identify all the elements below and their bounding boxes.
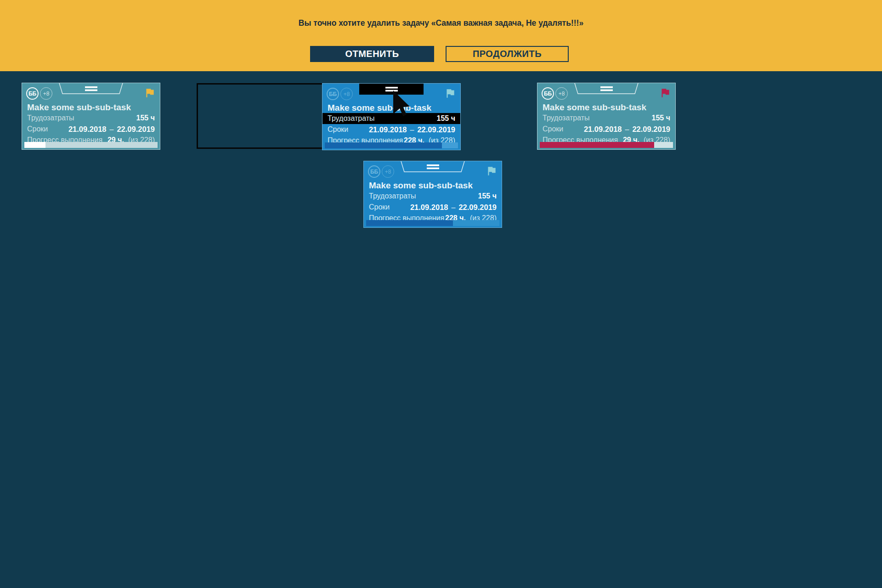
effort-row: Трудозатраты 155 ч xyxy=(22,113,160,124)
drag-handle[interactable] xyxy=(401,161,465,172)
drag-handle[interactable] xyxy=(59,83,123,94)
drag-handle[interactable] xyxy=(574,83,639,94)
dates-label: Сроки xyxy=(543,125,563,133)
task-title: Make some sub-sub-task xyxy=(369,181,497,191)
dates-row: Сроки 21.09.2018–22.09.2019 xyxy=(322,124,460,135)
progress-bar xyxy=(366,220,499,226)
effort-row: Трудозатраты 155 ч xyxy=(537,113,675,124)
flag-icon[interactable] xyxy=(659,87,671,99)
flag-icon[interactable] xyxy=(486,165,498,177)
task-card[interactable]: ББ +8 Make some sub-sub-task Трудозатрат… xyxy=(363,161,502,228)
drag-handle[interactable] xyxy=(359,84,424,95)
grip-lines-icon xyxy=(385,87,398,91)
avatar: ББ xyxy=(26,87,39,100)
task-title: Make some sub-sub-task xyxy=(328,103,455,113)
date-separator: – xyxy=(110,125,114,133)
dates-label: Сроки xyxy=(328,125,348,134)
task-card[interactable]: ББ +8 Make some sub-sub-task Трудозатрат… xyxy=(22,83,160,150)
dates-label: Сроки xyxy=(27,125,48,133)
dates-row: Сроки 21.09.2018–22.09.2019 xyxy=(22,124,160,135)
progress-bar xyxy=(24,142,158,148)
dates-row: Сроки 21.09.2018–22.09.2019 xyxy=(364,202,502,213)
app-canvas: Вы точно хотите удалить задачу «Самая ва… xyxy=(0,0,882,588)
date-separator: – xyxy=(452,204,456,211)
dates-label: Сроки xyxy=(369,203,390,211)
avatar-overflow-badge[interactable]: +8 xyxy=(340,88,353,100)
avatar-overflow-badge[interactable]: +8 xyxy=(382,165,394,178)
handle-outline xyxy=(575,83,638,94)
effort-label: Трудозатраты xyxy=(369,192,416,200)
progress-bar-fill xyxy=(325,142,442,148)
effort-label: Трудозатраты xyxy=(27,114,74,122)
task-card[interactable]: ББ +8 Make some sub-sub-task Трудозатрат… xyxy=(537,83,676,150)
confirmation-message: Вы точно хотите удалить задачу «Самая ва… xyxy=(0,18,882,28)
effort-label: Трудозатраты xyxy=(328,114,375,123)
flag-icon[interactable] xyxy=(444,87,456,99)
delete-confirmation-banner: Вы точно хотите удалить задачу «Самая ва… xyxy=(0,0,882,71)
effort-value: 155 ч xyxy=(652,114,670,122)
date-start: 21.09.2018 xyxy=(584,125,622,133)
avatar-overflow-badge[interactable]: +8 xyxy=(40,87,52,100)
effort-row: Трудозатраты 155 ч xyxy=(322,113,460,124)
date-start: 21.09.2018 xyxy=(68,125,107,133)
effort-label: Трудозатраты xyxy=(543,114,590,122)
date-end: 22.09.2019 xyxy=(458,203,497,211)
task-title: Make some sub-sub-task xyxy=(27,102,155,113)
grip-lines-icon xyxy=(85,86,97,91)
handle-outline xyxy=(401,161,464,172)
date-end: 22.09.2019 xyxy=(632,125,670,133)
date-start: 21.09.2018 xyxy=(369,125,407,134)
progress-bar-fill xyxy=(24,142,45,148)
effort-value: 155 ч xyxy=(136,114,155,122)
cancel-button[interactable]: ОТМЕНИТЬ xyxy=(310,46,434,62)
date-start: 21.09.2018 xyxy=(410,203,448,211)
date-end: 22.09.2019 xyxy=(417,125,455,134)
effort-value: 155 ч xyxy=(478,192,497,200)
avatar: ББ xyxy=(542,87,554,100)
avatar: ББ xyxy=(327,88,339,100)
date-end: 22.09.2019 xyxy=(117,125,155,133)
grip-lines-icon xyxy=(427,164,439,169)
flag-icon[interactable] xyxy=(144,87,156,99)
dates-row: Сроки 21.09.2018–22.09.2019 xyxy=(537,124,675,135)
effort-row: Трудозатраты 155 ч xyxy=(364,191,502,202)
avatar-overflow-badge[interactable]: +8 xyxy=(555,87,568,100)
progress-bar xyxy=(540,142,673,148)
date-separator: – xyxy=(625,125,629,133)
drag-placeholder[interactable] xyxy=(197,83,335,149)
grip-lines-icon xyxy=(600,86,613,91)
effort-value: 155 ч xyxy=(437,114,455,123)
continue-button[interactable]: ПРОДОЛЖИТЬ xyxy=(446,46,569,62)
task-title: Make some sub-sub-task xyxy=(543,102,670,113)
task-card-dragged[interactable]: ББ +8 Make some sub-sub-task Трудозатрат… xyxy=(322,83,461,150)
date-separator: – xyxy=(410,126,414,134)
progress-bar-fill xyxy=(540,142,654,148)
progress-bar-fill xyxy=(366,220,453,226)
progress-bar xyxy=(325,142,458,148)
handle-outline xyxy=(59,83,123,94)
avatar: ББ xyxy=(368,165,380,178)
